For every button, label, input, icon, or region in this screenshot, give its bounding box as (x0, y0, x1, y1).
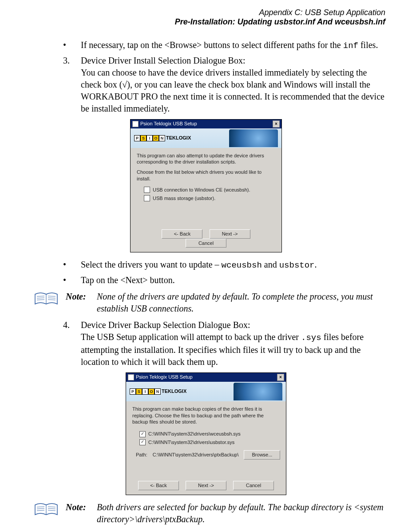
dialog-buttons: <- Back Next -> Cancel (131, 226, 281, 252)
cancel-button[interactable]: Cancel (186, 239, 226, 248)
header-section: Pre-Installation: Updating usbstor.inf A… (27, 17, 385, 27)
dialog2-title: Psion Teklogix USB Setup (136, 374, 193, 380)
step4-body: The USB Setup application will attempt t… (81, 331, 385, 368)
note-1: Note: None of the drivers are updated by… (27, 291, 385, 315)
globe-image (229, 129, 278, 147)
step-3: 3. Device Driver Install Selection Dialo… (63, 55, 385, 115)
bullet-select-drivers: • Select the drivers you want to update … (63, 259, 385, 272)
checkbox-wceusbsh-row: USB connection to Windows CE (wceusbsh). (144, 187, 275, 193)
note-icon (34, 502, 58, 517)
note2-text: Both drivers are selected for backup by … (97, 501, 385, 525)
step-number: 3. (63, 55, 81, 115)
page-header: Appendix C: USB Setup Application Pre-In… (27, 8, 385, 27)
close-icon[interactable]: × (273, 120, 280, 128)
checkbox-usbstor-row: USB mass storage (usbstor). (144, 195, 275, 202)
next-button[interactable]: Next -> (210, 229, 250, 239)
bullet-text: If necessary, tap on the <Browse> button… (81, 39, 385, 52)
note-2: Note: Both drivers are selected for back… (27, 501, 385, 525)
code-inf: inf (343, 41, 358, 51)
dialog-titlebar: Psion Teklogix USB Setup × (131, 120, 281, 128)
checkbox-wceusbsh-sys-label: C:\WINNT\system32\drivers\wceusbsh.sys (148, 431, 241, 437)
path-field: C:\WINNT\system32\drivers\ptxBackup\ (152, 451, 240, 459)
code-wceusbsh: wceusbsh (222, 260, 262, 270)
note-icon (34, 292, 58, 307)
bullet-tap-next: • Tap on the <Next> button. (63, 274, 385, 286)
checkbox-usbstor-sys-row: ✓ C:\WINNT\system32\drivers\usbstor.sys (139, 439, 280, 446)
app-icon (132, 121, 139, 127)
next-button[interactable]: Next -> (186, 481, 226, 490)
step4-title: Device Driver Backup Selection Dialogue … (81, 319, 385, 331)
step3-body: You can choose to have the device driver… (81, 67, 385, 115)
dialog1-para2: Choose from the list below which drivers… (137, 169, 275, 182)
code-sys: .sys (301, 333, 321, 343)
teklogix-text: TEKLOGIX (162, 388, 186, 395)
checkbox-wceusbsh-sys[interactable]: ✓ (139, 431, 146, 437)
browse-button[interactable]: Browse... (244, 450, 280, 460)
checkbox-usbstor-sys[interactable]: ✓ (139, 439, 146, 445)
code-usbstor: usbstor (279, 260, 315, 270)
dialog2-buttons: <- Back Next -> Cancel (126, 477, 286, 495)
note-label: Note: (66, 501, 97, 525)
dialog2-para: This program can make backup copies of t… (132, 406, 280, 426)
dialog-backup-selection: Psion Teklogix USB Setup × P S I O N TEK… (126, 372, 286, 495)
checkbox-wceusbsh-sys-row: ✓ C:\WINNT\system32\drivers\wceusbsh.sys (139, 431, 280, 437)
checkbox-usbstor-sys-label: C:\WINNT\system32\drivers\usbstor.sys (148, 439, 234, 446)
app-icon (128, 374, 134, 380)
step3-title: Device Driver Install Selection Dialogue… (81, 55, 385, 67)
dialog-banner: P S I O N TEKLOGIX (131, 128, 281, 148)
path-label: Path: (136, 452, 147, 458)
note-label: Note: (66, 291, 97, 315)
psion-logo: P S I O N (130, 388, 161, 395)
checkbox-usbstor[interactable] (144, 195, 150, 201)
step-4: 4. Device Driver Backup Selection Dialog… (63, 319, 385, 368)
dialog2-banner: P S I O N TEKLOGIX (126, 382, 286, 401)
dialog-title: Psion Teklogix USB Setup (140, 120, 197, 127)
dialog1-para1: This program can also attempt to update … (137, 152, 275, 166)
checkbox-wceusbsh-label: USB connection to Windows CE (wceusbsh). (153, 187, 250, 193)
bullet-mark: • (63, 39, 81, 52)
note1-text: None of the drivers are updated by defau… (97, 291, 385, 315)
cancel-button[interactable]: Cancel (233, 481, 274, 490)
path-row: Path: C:\WINNT\system32\drivers\ptxBacku… (136, 450, 280, 460)
checkbox-usbstor-label: USB mass storage (usbstor). (153, 195, 215, 202)
bullet-browse: • If necessary, tap on the <Browse> butt… (63, 39, 385, 52)
checkbox-wceusbsh[interactable] (144, 187, 150, 193)
teklogix-text: TEKLOGIX (166, 135, 191, 141)
psion-logo: P S I O N (134, 135, 165, 141)
step4-number: 4. (63, 319, 81, 368)
dialog2-titlebar: Psion Teklogix USB Setup × (126, 373, 286, 382)
close-icon[interactable]: × (277, 374, 284, 381)
header-appendix: Appendix C: USB Setup Application (27, 8, 385, 17)
back-button[interactable]: <- Back (138, 481, 179, 490)
globe-image (234, 383, 282, 400)
back-button[interactable]: <- Back (162, 229, 202, 239)
dialog-install-selection: Psion Teklogix USB Setup × P S I O N TEK… (130, 119, 282, 253)
